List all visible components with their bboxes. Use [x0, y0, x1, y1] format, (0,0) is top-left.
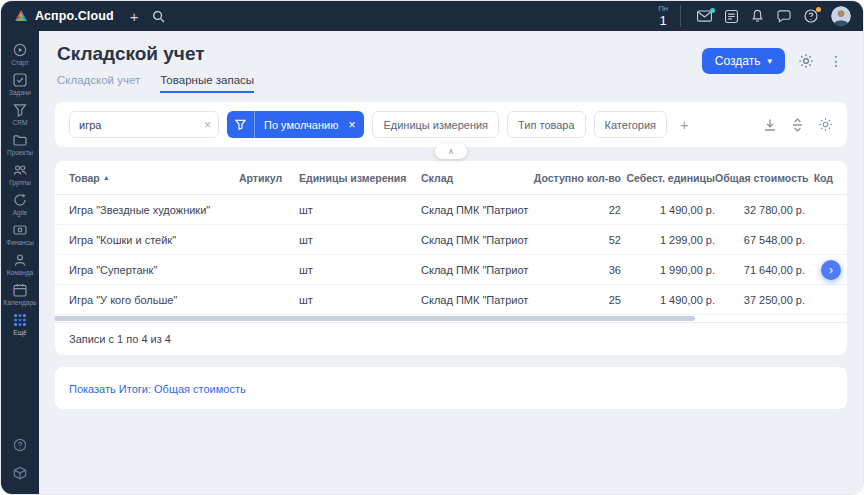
calendar-icon: [13, 283, 27, 297]
col-header-unit-cost[interactable]: Себест. единицы: [621, 172, 715, 184]
sidebar-item-projects[interactable]: Проекты: [1, 129, 39, 159]
day-number: 1: [658, 14, 668, 27]
cell-qty: 52: [531, 234, 621, 246]
page-header-left: Складской учет Складской учет Товарные з…: [57, 43, 254, 93]
table-settings-gear-icon[interactable]: [818, 117, 833, 132]
table-row[interactable]: Игра "Кошки и стейк" шт Склад ПМК "Патри…: [55, 225, 847, 255]
sidebar-item-finance[interactable]: Финансы: [1, 219, 39, 249]
cell-warehouse: Склад ПМК "Патриот: [421, 294, 531, 306]
agile-icon: [13, 193, 27, 207]
kebab-menu-icon[interactable]: ⋮: [827, 54, 845, 68]
sidebar-item-team[interactable]: Команда: [1, 249, 39, 279]
sidebar-item-label: Команда: [7, 269, 33, 276]
notifications-bell-icon[interactable]: [751, 9, 764, 23]
sidebar-item-crm[interactable]: CRM: [1, 99, 39, 129]
funnel-icon: [227, 111, 255, 138]
sidebar-item-label: CRM: [13, 119, 28, 126]
mail-icon[interactable]: [697, 10, 712, 22]
add-filter-button[interactable]: +: [675, 117, 694, 132]
main-content: Складской учет Складской учет Товарные з…: [39, 31, 863, 494]
collapse-expand-icon[interactable]: [791, 118, 804, 132]
cell-product: Игра "Супертанк": [69, 264, 239, 276]
tab-stock[interactable]: Товарные запасы: [160, 74, 254, 93]
chevron-up-icon: ∧: [448, 147, 454, 156]
cell-total: 71 640,00 р.: [715, 264, 805, 276]
create-button-label: Создать: [715, 54, 761, 68]
groups-icon: [13, 163, 27, 177]
export-download-icon[interactable]: [763, 118, 777, 132]
horizontal-scrollbar-thumb[interactable]: [55, 316, 695, 321]
table-header-row: Товар▲ Артикул Единицы измерения Склад Д…: [55, 161, 847, 195]
page-header: Складской учет Складской учет Товарные з…: [55, 41, 847, 93]
cell-unit: шт: [299, 204, 421, 216]
question-circle-icon[interactable]: [13, 438, 27, 452]
filter-preset-chip[interactable]: По умолчанию ×: [227, 111, 364, 138]
clear-search-icon[interactable]: ×: [204, 118, 211, 130]
sidebar-item-agile[interactable]: Agile: [1, 189, 39, 219]
col-header-units[interactable]: Единицы измерения: [299, 172, 421, 184]
col-header-warehouse[interactable]: Склад: [421, 172, 531, 184]
sidebar-item-label: Группы: [9, 179, 31, 186]
remove-preset-icon[interactable]: ×: [346, 119, 364, 131]
sidebar-item-calendar[interactable]: Календарь: [1, 279, 39, 309]
more-grid-icon: [13, 313, 27, 327]
user-avatar[interactable]: [831, 6, 851, 26]
settings-gear-icon[interactable]: [798, 53, 814, 69]
cell-product: Игра "Звездные художники": [69, 204, 239, 216]
totals-card: Показать Итоги: Общая стоимость: [55, 367, 847, 409]
col-header-total-cost[interactable]: Общая стоимость: [715, 172, 805, 184]
page-title: Складской учет: [57, 43, 254, 65]
box-icon[interactable]: [13, 466, 27, 480]
help-icon[interactable]: [804, 9, 818, 23]
search-icon[interactable]: [152, 10, 165, 23]
search-input[interactable]: [79, 119, 196, 131]
cell-unit-cost: 1 490,00 р.: [621, 294, 715, 306]
weekday-label: Пн: [658, 5, 668, 13]
filter-bar: × По умолчанию × Единицы измерения Тип т…: [55, 102, 847, 147]
row-quick-view-button[interactable]: ›: [821, 260, 841, 280]
show-totals-link[interactable]: Показать Итоги: Общая стоимость: [69, 383, 246, 395]
col-header-sku[interactable]: Артикул: [239, 172, 299, 184]
cell-total: 37 250,00 р.: [715, 294, 805, 306]
topbar-icons: [697, 9, 818, 23]
sort-asc-icon: ▲: [103, 174, 110, 181]
topbar: Аспро.Cloud + Пн 1: [1, 1, 863, 31]
table-search: ×: [69, 111, 219, 138]
sidebar-bottom: [13, 438, 27, 486]
quick-add-button[interactable]: +: [130, 9, 139, 24]
sidebar-item-label: Календарь: [4, 299, 37, 306]
sidebar-item-label: Проекты: [7, 149, 33, 156]
collapse-filters-button[interactable]: ∧: [435, 144, 467, 159]
header-actions: Создать ▾ ⋮: [702, 48, 845, 74]
sidebar-item-tasks[interactable]: Задачи: [1, 69, 39, 99]
tab-warehouse-accounting[interactable]: Складской учет: [57, 74, 140, 93]
sidebar-item-groups[interactable]: Группы: [1, 159, 39, 189]
chat-icon[interactable]: [777, 10, 791, 23]
cell-unit: шт: [299, 294, 421, 306]
help-badge: [816, 7, 821, 12]
sidebar-item-more[interactable]: Ещё: [1, 309, 39, 339]
table-row[interactable]: Игра "Супертанк" шт Склад ПМК "Патриот 3…: [55, 255, 847, 285]
create-button[interactable]: Создать ▾: [702, 48, 785, 74]
notes-icon[interactable]: [725, 10, 738, 23]
filter-chip-units[interactable]: Единицы измерения: [372, 111, 499, 138]
cell-product: Игра "Кошки и стейк": [69, 234, 239, 246]
mail-badge: [710, 8, 715, 13]
start-icon: [13, 43, 27, 57]
col-header-available-qty[interactable]: Доступно кол-во: [531, 172, 621, 184]
crm-funnel-icon: [13, 103, 27, 117]
cell-qty: 25: [531, 294, 621, 306]
tasks-icon: [13, 73, 27, 87]
table-row[interactable]: Игра "Звездные художники" шт Склад ПМК "…: [55, 195, 847, 225]
cell-unit: шт: [299, 264, 421, 276]
sidebar-item-start[interactable]: Старт: [1, 39, 39, 69]
cell-unit-cost: 1 990,00 р.: [621, 264, 715, 276]
filter-chip-product-type[interactable]: Тип товара: [507, 111, 586, 138]
sidebar: Старт Задачи CRM Проекты Группы Agile Фи…: [1, 31, 39, 494]
calendar-day-widget[interactable]: Пн 1: [658, 5, 681, 28]
horizontal-scrollbar: [55, 315, 847, 322]
col-header-code[interactable]: Код: [805, 172, 833, 184]
col-header-product[interactable]: Товар▲: [69, 172, 239, 184]
table-row[interactable]: Игра "У кого больше" шт Склад ПМК "Патри…: [55, 285, 847, 315]
filter-chip-category[interactable]: Категория: [594, 111, 667, 138]
